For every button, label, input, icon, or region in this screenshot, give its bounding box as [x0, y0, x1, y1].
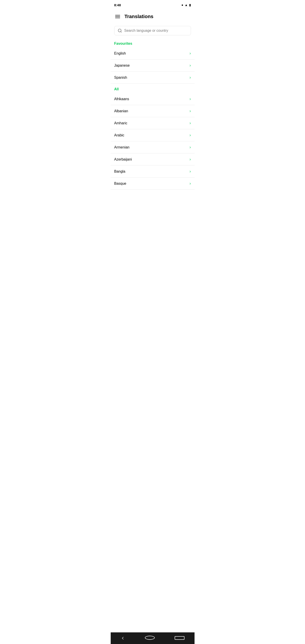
page-title: Translations [124, 14, 154, 20]
list-item-azerbaijani[interactable]: Azerbaijani › [111, 154, 194, 166]
list-item-label: English [114, 52, 126, 56]
list-item-label: Afrikaans [114, 97, 129, 101]
search-input[interactable] [124, 28, 188, 33]
recent-square-icon [175, 636, 184, 640]
list-item-label: Spanish [114, 76, 127, 80]
list-item-afrikaans[interactable]: Afrikaans › [111, 93, 194, 105]
list-item-bangla[interactable]: Bangla › [111, 166, 194, 178]
chevron-right-icon: › [190, 181, 191, 186]
chevron-right-icon: › [190, 157, 191, 162]
chevron-right-icon: › [190, 121, 191, 126]
all-section: All Afrikaans › Albanian › Amharic › Ara… [111, 84, 194, 190]
chevron-right-icon: › [190, 96, 191, 101]
home-circle-icon [145, 636, 155, 640]
bottom-nav [111, 632, 194, 644]
chevron-right-icon: › [190, 133, 191, 138]
all-header: All [111, 84, 194, 93]
wifi-icon: ● [181, 3, 183, 7]
chevron-right-icon: › [190, 63, 191, 68]
status-time: 8:48 [114, 3, 121, 7]
favourites-header: Favourites [111, 38, 194, 48]
chevron-right-icon: › [190, 145, 191, 150]
list-item-japanese[interactable]: Japanese › [111, 60, 194, 72]
signal-icon: ▲ [185, 3, 188, 7]
status-bar: 8:48 ● ▲ ▮ [111, 0, 194, 10]
list-item-albanian[interactable]: Albanian › [111, 105, 194, 117]
chevron-right-icon: › [190, 169, 191, 174]
chevron-right-icon: › [190, 51, 191, 56]
list-item-label: Albanian [114, 109, 128, 113]
list-item-label: Arabic [114, 133, 124, 137]
svg-line-1 [120, 32, 122, 32]
back-button[interactable] [116, 635, 130, 641]
favourites-section: Favourites English › Japanese › Spanish … [111, 38, 194, 84]
list-item-arabic[interactable]: Arabic › [111, 129, 194, 141]
status-icons: ● ▲ ▮ [181, 3, 191, 7]
search-icon [118, 28, 122, 33]
list-item-label: Armenian [114, 145, 130, 149]
header: Translations [111, 10, 194, 23]
battery-icon: ▮ [189, 3, 191, 7]
list-item-label: Basque [114, 182, 126, 186]
search-container [111, 23, 194, 38]
menu-icon[interactable] [114, 14, 121, 19]
list-item-label: Japanese [114, 64, 130, 68]
list-item-label: Bangla [114, 170, 126, 174]
chevron-right-icon: › [190, 75, 191, 80]
list-item-label: Amharic [114, 121, 128, 125]
list-item-armenian[interactable]: Armenian › [111, 141, 194, 154]
home-button[interactable] [140, 635, 159, 642]
list-item-label: Azerbaijani [114, 158, 132, 162]
list-item-amharic[interactable]: Amharic › [111, 117, 194, 129]
search-bar[interactable] [114, 26, 191, 35]
list-item-spanish[interactable]: Spanish › [111, 72, 194, 84]
list-item-basque[interactable]: Basque › [111, 178, 194, 190]
list-item-english[interactable]: English › [111, 48, 194, 60]
chevron-right-icon: › [190, 109, 191, 113]
recent-button[interactable] [170, 635, 189, 642]
